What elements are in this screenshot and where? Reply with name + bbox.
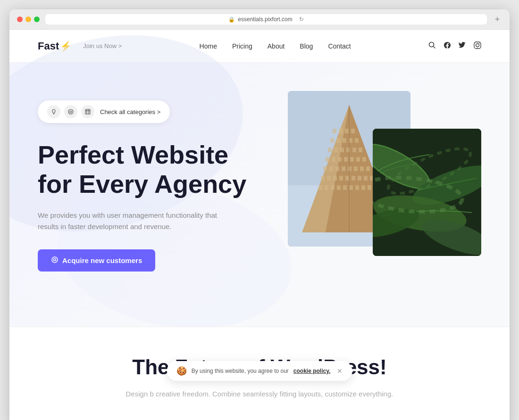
svg-rect-51 [318, 185, 322, 190]
refresh-icon[interactable]: ↻ [299, 16, 304, 23]
svg-point-6 [52, 257, 58, 263]
hero-title-line2: for Every Agency [38, 170, 246, 198]
svg-rect-45 [339, 176, 343, 181]
cat-icon-1 [47, 105, 60, 118]
svg-rect-20 [355, 138, 359, 143]
svg-rect-26 [359, 148, 362, 152]
svg-rect-12 [333, 129, 336, 133]
svg-rect-23 [340, 148, 344, 152]
svg-rect-48 [358, 176, 361, 181]
svg-rect-31 [350, 157, 354, 162]
svg-rect-18 [343, 138, 346, 143]
svg-rect-21 [328, 148, 332, 152]
cookie-banner: 🍪 By using this website, you agree to ou… [167, 361, 352, 381]
hero-section: Check all categories > Perfect Website f… [9, 63, 510, 327]
cta-button[interactable]: Acquire new customers [38, 249, 155, 272]
close-button[interactable] [17, 16, 23, 22]
hero-title-line1: Perfect Website [38, 140, 228, 169]
hero-subtitle: We provides you with user management fun… [38, 210, 217, 232]
nav-about[interactable]: About [268, 42, 285, 50]
cookie-text: By using this website, you agree to our [192, 368, 289, 374]
svg-rect-37 [342, 166, 345, 171]
url-text: essentials.pixfort.com [238, 16, 292, 23]
twitter-icon[interactable] [459, 41, 466, 51]
nav-pricing[interactable]: Pricing [232, 42, 252, 50]
category-icons [47, 105, 94, 118]
cta-label: Acquire new customers [62, 256, 142, 264]
navbar-right [428, 41, 481, 51]
svg-rect-13 [339, 129, 343, 133]
svg-rect-58 [361, 185, 365, 190]
hero-left: Check all categories > Perfect Website f… [38, 91, 274, 289]
svg-rect-39 [354, 166, 358, 171]
svg-rect-25 [352, 148, 356, 152]
svg-rect-47 [352, 176, 355, 181]
svg-rect-32 [356, 157, 360, 162]
navbar-nav: Home Pricing About Blog Contact [200, 42, 351, 50]
svg-rect-59 [368, 185, 371, 190]
new-tab-button[interactable]: + [493, 15, 502, 24]
svg-rect-33 [362, 157, 366, 162]
design-prefix: Design b [126, 390, 154, 398]
hero-image-container [274, 91, 481, 280]
design-suffix: creative freedom. Combine seamlessly fit… [156, 390, 393, 398]
website-content: Fast ⚡ Join us Now > Home Pricing About … [9, 30, 510, 420]
svg-rect-49 [364, 176, 368, 181]
svg-rect-42 [321, 176, 325, 181]
svg-rect-46 [345, 176, 349, 181]
svg-rect-35 [329, 166, 333, 171]
nav-blog[interactable]: Blog [300, 42, 313, 50]
categories-badge[interactable]: Check all categories > [38, 100, 170, 123]
lock-icon: 🔒 [228, 16, 235, 23]
cookie-icon: 🍪 [176, 366, 187, 376]
cookie-policy-link[interactable]: cookie policy. [293, 368, 330, 374]
svg-rect-36 [335, 166, 339, 171]
address-bar[interactable]: 🔒 essentials.pixfort.com ↻ [45, 14, 487, 25]
svg-rect-22 [334, 148, 338, 152]
cat-icon-3 [81, 105, 94, 118]
cta-icon [51, 256, 59, 265]
svg-rect-34 [323, 166, 327, 171]
hero-right [274, 91, 481, 289]
traffic-lights [17, 16, 40, 22]
svg-rect-29 [338, 157, 342, 162]
svg-rect-41 [366, 166, 370, 171]
cookie-close-button[interactable]: ✕ [337, 367, 343, 375]
svg-rect-57 [355, 185, 359, 190]
bottom-section: The Future of WordPress! Design b creati… [9, 327, 510, 420]
svg-rect-5 [85, 109, 90, 114]
nav-home[interactable]: Home [200, 42, 217, 50]
svg-rect-16 [330, 138, 334, 143]
svg-rect-40 [360, 166, 364, 171]
check-categories-label[interactable]: Check all categories > [100, 108, 160, 115]
hero-title: Perfect Website for Every Agency [38, 140, 274, 198]
svg-rect-1 [474, 42, 481, 49]
svg-point-2 [476, 43, 479, 47]
design-text: Design b creative freedom. Combine seaml… [118, 388, 401, 400]
svg-rect-30 [344, 157, 348, 162]
svg-rect-44 [333, 176, 337, 181]
facebook-icon[interactable] [444, 41, 451, 51]
svg-rect-14 [345, 129, 349, 133]
svg-rect-43 [327, 176, 331, 181]
svg-point-7 [54, 259, 56, 261]
minimize-button[interactable] [25, 16, 31, 22]
search-icon[interactable] [428, 41, 436, 51]
maximize-button[interactable] [34, 16, 40, 22]
plant-image [373, 129, 481, 256]
nav-contact[interactable]: Contact [328, 42, 351, 50]
instagram-icon[interactable] [474, 41, 481, 51]
svg-rect-55 [343, 185, 347, 190]
svg-rect-28 [332, 157, 335, 162]
svg-rect-56 [349, 185, 353, 190]
svg-rect-53 [331, 185, 335, 190]
svg-rect-17 [336, 138, 340, 143]
svg-rect-54 [337, 185, 341, 190]
cat-icon-2 [64, 105, 77, 118]
browser-chrome: 🔒 essentials.pixfort.com ↻ + [9, 9, 510, 30]
svg-rect-27 [326, 157, 329, 162]
svg-rect-52 [325, 185, 328, 190]
svg-point-3 [479, 43, 480, 44]
browser-window: 🔒 essentials.pixfort.com ↻ + Fast ⚡ Join… [9, 9, 510, 420]
svg-point-4 [68, 109, 73, 114]
